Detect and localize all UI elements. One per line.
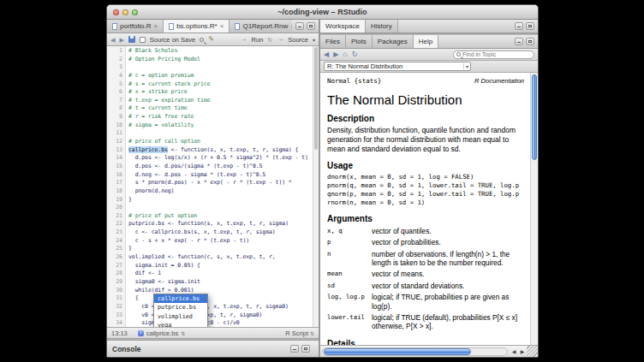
code-line: d.neg <- d.pos - sigma * (t.exp - t)^0.5 [128,171,319,180]
minimize-window-button[interactable] [122,9,128,15]
close-tab-icon[interactable]: × [220,23,224,30]
minimize-pane-icon[interactable] [515,38,523,45]
argument-term: p [327,237,372,248]
scroll-right-icon[interactable]: ▶ [518,347,527,356]
tab-history[interactable]: History [366,20,398,33]
function-scope-label: callprice.bs [146,329,179,337]
back-icon[interactable]: ◀ [110,37,115,43]
main-area: portfolio.R×bs.options.R*×Q1Report.Rnw× … [107,20,538,357]
argument-definition: vector of standard deviations. [372,280,524,291]
code-line [128,204,319,212]
maximize-pane-icon[interactable] [307,22,315,30]
help-topic-row: R: The Normal Distribution ▾ [320,61,538,73]
scroll-left-icon[interactable]: ◀ [510,347,518,356]
autocomplete-item[interactable]: callprice.bs [154,294,207,303]
source-toolbar: ◀ ▶ Source on Save ✎ → Run ↻ → Source [107,33,319,46]
forward-icon[interactable]: ▶ [119,37,123,43]
scrollbar-thumb[interactable] [532,74,537,160]
description-text: Density, distribution function, quantile… [327,126,524,154]
code-line: # sigma = volatility [128,122,319,130]
help-topic-selector[interactable]: R: The Normal Distribution ▾ [324,62,471,71]
details-heading: Details [327,339,524,345]
argument-term: mean [327,269,372,280]
tab-help[interactable]: Help [414,35,438,48]
maximize-pane-icon[interactable] [526,38,534,45]
window-resize-grip[interactable] [527,346,538,357]
help-content: Normal {stats} R Documentation The Norma… [320,73,538,345]
function-scope-selector[interactable]: f callprice.bs ⇅ [138,329,186,337]
code-line: putprice.bs <- function(s, x, t.exp, t, … [128,220,319,228]
search-icon[interactable] [200,38,204,42]
scrollbar-thumb[interactable] [324,348,471,355]
argument-row: sdvector of standard deviations. [327,280,524,291]
editor-vertical-scrollbar[interactable] [313,46,319,327]
autocomplete-item[interactable]: volimplied [154,312,207,321]
desktop-background: ~/coding-view – RStudio portfolio.R×bs.o… [0,0,644,362]
argument-row: lower.taillogical; if TRUE (default), pr… [327,312,524,332]
minimize-pane-icon[interactable] [295,22,304,30]
source-menu-caret-icon[interactable]: ▾ [313,37,315,43]
help-vertical-scrollbar[interactable] [530,73,538,345]
home-icon[interactable]: ⌂ [343,50,347,58]
help-forward-icon[interactable]: ▶ [333,51,338,58]
scope-spinner-icon: ⇅ [181,330,185,336]
tab-bs-options-r[interactable]: bs.options.R*× [164,20,230,33]
tab-label: Files [325,38,340,45]
argument-definition: logical; if TRUE, probabilities p are gi… [372,292,524,312]
maximize-pane-icon[interactable] [526,22,534,30]
save-icon[interactable] [128,36,135,43]
tab-files[interactable]: Files [320,35,346,48]
code-tools-icon[interactable]: ✎ [208,36,214,43]
argument-row: x, qvector of quantiles. [327,226,524,237]
window-titlebar[interactable]: ~/coding-view – RStudio [107,5,538,20]
tab-workspace[interactable]: Workspace [320,20,366,33]
maximize-pane-icon[interactable] [301,345,310,353]
tab-label: Workspace [325,22,360,30]
minimize-pane-icon[interactable] [290,345,299,353]
code-editor[interactable]: 1234567891011121314151617181920212223242… [107,46,319,327]
help-back-icon[interactable]: ◀ [324,51,329,58]
close-window-button[interactable] [113,9,119,15]
rerun-icon[interactable]: ↻ [267,37,272,43]
source-on-save-checkbox[interactable] [140,37,146,43]
window-title: ~/coding-view – RStudio [107,8,538,16]
tab-portfolio-r[interactable]: portfolio.R× [107,20,164,33]
tab-label: bs.options.R* [176,22,218,30]
argument-row: log, log.plogical; if TRUE, probabilitie… [327,292,524,312]
autocomplete-item[interactable]: vega [154,321,207,327]
help-horizontal-scrollbar[interactable]: ◀ ▶ [320,345,538,357]
help-search-box[interactable] [453,50,534,59]
argument-term: x, q [327,226,372,237]
console-pane-header[interactable]: Console [107,340,319,357]
scrollbar-track[interactable] [322,347,508,356]
source-file-icon[interactable]: → [277,36,283,43]
close-tab-icon[interactable]: × [153,23,158,30]
help-search-input[interactable] [462,51,531,57]
minimize-pane-icon[interactable] [515,22,523,30]
search-icon [456,52,461,56]
code-line: # t.exp = expiration time [128,97,319,105]
run-icon[interactable]: → [241,36,247,43]
source-toolbar-left: ◀ ▶ Source on Save ✎ [110,36,214,44]
refresh-icon[interactable]: ↻ [352,51,358,58]
tab-plots[interactable]: Plots [346,35,373,48]
chevron-down-icon[interactable]: ▾ [463,63,470,69]
code-line: # price of call option [128,138,319,146]
tab-q1report-rnw[interactable]: Q1Report.Rnw× [230,20,292,33]
editor-lines[interactable]: # Black Scholes# Option Pricing Model # … [126,46,319,327]
help-toolbar: ◀ ▶ ⌂ ↻ [320,49,538,61]
file-type-selector[interactable]: R Script ⇅ [285,329,314,337]
tab-packages[interactable]: Packages [373,35,414,48]
code-line: c <- callprice.bs(s, x, t.exp, t, r, sig… [128,228,319,237]
scrollbar-thumb[interactable] [314,47,318,150]
run-button[interactable]: Run [252,36,264,44]
argument-term: sd [327,280,372,291]
code-line: # x = strike price [128,88,319,97]
help-page-title: The Normal Distribution [327,92,524,107]
zoom-window-button[interactable] [132,9,138,15]
usage-code-line: rnorm(n, mean = 0, sd = 1) [327,199,524,207]
source-button[interactable]: Source [288,36,308,44]
autocomplete-item[interactable]: putprice.bs [154,303,207,312]
code-line: d.pos <- d.pos/(sigma * (t.exp - t)^0.5 [128,163,319,171]
code-line: # price of put option [128,212,319,221]
